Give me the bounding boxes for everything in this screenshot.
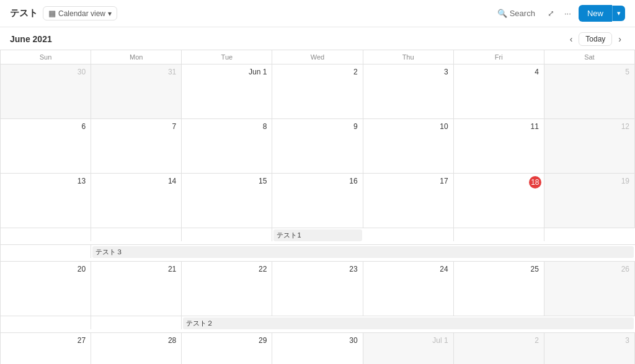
- date-number: 2: [456, 335, 541, 347]
- header-right: 🔍 Search ⤢ ··· New ▾: [492, 5, 625, 22]
- more-options-button[interactable]: ···: [562, 6, 574, 20]
- header-left: テスト ▦ Calendar view ▾: [10, 6, 117, 20]
- day-header-fri: Fri: [454, 50, 544, 64]
- week-row-4: 27282930Jul 123: [1, 333, 635, 364]
- date-number: 9: [275, 122, 360, 133]
- cal-cell[interactable]: 8: [182, 119, 272, 174]
- cal-cell[interactable]: 10: [363, 119, 454, 174]
- event-row: テスト３: [1, 245, 635, 262]
- date-number: 3: [366, 67, 451, 78]
- day-header-sat: Sat: [544, 50, 635, 64]
- date-number: 6: [3, 122, 88, 133]
- cal-cell[interactable]: 19: [544, 174, 635, 228]
- date-number: 22: [184, 264, 269, 275]
- new-dropdown-button[interactable]: ▾: [612, 6, 625, 21]
- calendar: SunMonTueWedThuFriSat 3031Jun 1234567891…: [0, 50, 635, 364]
- month-title: June 2021: [10, 34, 52, 44]
- date-number: 7: [94, 122, 179, 133]
- event-spacer: [1, 228, 91, 241]
- cal-cell[interactable]: 22: [182, 262, 272, 316]
- date-number: 20: [3, 264, 88, 275]
- date-number: 13: [3, 176, 88, 187]
- calendar-event[interactable]: テスト３: [92, 246, 634, 258]
- cal-cell[interactable]: 14: [91, 174, 182, 228]
- page-title: テスト: [10, 7, 38, 19]
- event-spacer: [1, 245, 91, 258]
- calendar-icon: ▦: [48, 9, 56, 18]
- view-label: Calendar view: [58, 9, 105, 18]
- date-number: 14: [94, 176, 179, 187]
- cal-cell[interactable]: 27: [1, 333, 91, 364]
- cal-cell[interactable]: Jul 1: [363, 333, 454, 364]
- event-spacer: [1, 316, 91, 329]
- calendar-event[interactable]: テスト２: [183, 317, 634, 329]
- app-header: テスト ▦ Calendar view ▾ 🔍 Search ⤢ ··· New…: [0, 0, 635, 27]
- cal-cell[interactable]: 26: [544, 262, 635, 316]
- date-number: 4: [456, 67, 541, 78]
- sub-header: June 2021 ‹ Today ›: [0, 27, 635, 50]
- search-button[interactable]: 🔍 Search: [492, 6, 540, 20]
- date-number: 26: [547, 264, 632, 275]
- date-number: 30: [3, 67, 88, 78]
- cal-cell[interactable]: 9: [272, 119, 363, 174]
- day-headers: SunMonTueWedThuFriSat: [1, 50, 635, 64]
- event-spacer: [363, 228, 454, 241]
- cal-cell[interactable]: 28: [91, 333, 182, 364]
- cal-cell[interactable]: 6: [1, 119, 91, 174]
- date-number: 23: [275, 264, 360, 275]
- cal-cell[interactable]: 29: [182, 333, 272, 364]
- cal-cell[interactable]: 5: [544, 64, 635, 119]
- cal-cell[interactable]: 12: [544, 119, 635, 174]
- search-label: Search: [510, 9, 535, 18]
- day-header-wed: Wed: [272, 50, 363, 64]
- cal-cell[interactable]: 30: [1, 64, 91, 119]
- cal-cell[interactable]: 31: [91, 64, 182, 119]
- date-number: 12: [547, 122, 632, 133]
- calendar-body: 3031Jun 12345678910111213141516171819テスト…: [1, 64, 635, 364]
- date-number: 31: [94, 67, 179, 78]
- next-month-button[interactable]: ›: [615, 32, 625, 46]
- event-row: テスト1: [1, 228, 635, 245]
- share-icon-button[interactable]: ⤢: [545, 6, 557, 20]
- date-number: 2: [275, 67, 360, 78]
- date-number: Jun 1: [184, 67, 269, 78]
- event-spacer: [544, 228, 635, 241]
- date-number: 17: [366, 176, 451, 187]
- cal-cell[interactable]: 25: [454, 262, 544, 316]
- new-button[interactable]: New: [579, 5, 612, 22]
- cal-cell[interactable]: 11: [454, 119, 544, 174]
- cal-cell[interactable]: 13: [1, 174, 91, 228]
- cal-cell[interactable]: 17: [363, 174, 454, 228]
- cal-cell[interactable]: 21: [91, 262, 182, 316]
- cal-cell[interactable]: 15: [182, 174, 272, 228]
- event-spacer: [91, 228, 182, 241]
- view-selector-button[interactable]: ▦ Calendar view ▾: [43, 6, 117, 20]
- cal-cell[interactable]: 24: [363, 262, 454, 316]
- chevron-down-icon: ▾: [108, 9, 112, 18]
- cal-cell[interactable]: 20: [1, 262, 91, 316]
- cal-cell[interactable]: Jun 1: [182, 64, 272, 119]
- cal-cell[interactable]: 2: [272, 64, 363, 119]
- date-number: 29: [184, 335, 269, 347]
- prev-month-button[interactable]: ‹: [566, 32, 577, 46]
- date-number: 21: [94, 264, 179, 275]
- calendar-event[interactable]: テスト1: [273, 229, 362, 241]
- cal-cell[interactable]: 4: [454, 64, 544, 119]
- cal-cell[interactable]: 23: [272, 262, 363, 316]
- cal-cell[interactable]: 3: [544, 333, 635, 364]
- event-spacer: [454, 228, 544, 241]
- search-icon: 🔍: [497, 9, 507, 18]
- date-number: Jul 1: [366, 335, 451, 347]
- cal-cell[interactable]: 7: [91, 119, 182, 174]
- new-button-group: New ▾: [579, 5, 625, 22]
- day-header-sun: Sun: [1, 50, 91, 64]
- event-spacer: [91, 316, 182, 329]
- cal-cell[interactable]: 16: [272, 174, 363, 228]
- cal-cell[interactable]: 2: [454, 333, 544, 364]
- today-button[interactable]: Today: [579, 32, 612, 46]
- cal-cell[interactable]: 3: [363, 64, 454, 119]
- cal-cell[interactable]: 30: [272, 333, 363, 364]
- cal-cell[interactable]: 18: [454, 174, 544, 228]
- date-number: 3: [547, 335, 632, 347]
- date-number: 15: [184, 176, 269, 187]
